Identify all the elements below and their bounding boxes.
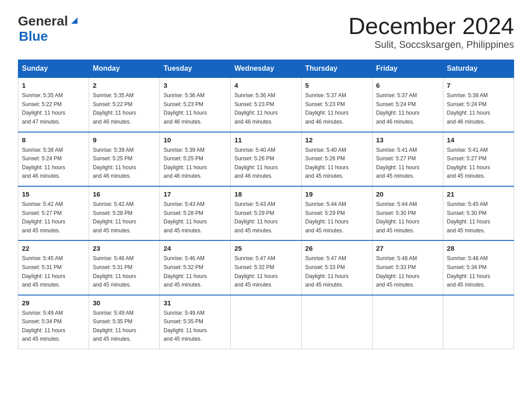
calendar-cell: 19Sunrise: 5:44 AMSunset: 5:29 PMDayligh… [301,186,372,240]
calendar-table: SundayMondayTuesdayWednesdayThursdayFrid… [18,60,514,349]
day-info: Sunrise: 5:46 AMSunset: 5:32 PMDaylight:… [163,255,207,288]
day-number: 12 [305,136,369,144]
day-info: Sunrise: 5:48 AMSunset: 5:34 PMDaylight:… [447,255,490,288]
day-number: 31 [163,299,227,307]
day-info: Sunrise: 5:39 AMSunset: 5:25 PMDaylight:… [163,147,207,180]
calendar-cell: 9Sunrise: 5:39 AMSunset: 5:25 PMDaylight… [89,132,160,186]
day-info: Sunrise: 5:45 AMSunset: 5:30 PMDaylight:… [447,201,490,234]
day-info: Sunrise: 5:43 AMSunset: 5:28 PMDaylight:… [163,201,207,234]
day-info: Sunrise: 5:44 AMSunset: 5:30 PMDaylight:… [376,201,420,234]
weekday-header-saturday: Saturday [443,60,514,78]
day-info: Sunrise: 5:49 AMSunset: 5:35 PMDaylight:… [93,310,136,342]
day-info: Sunrise: 5:38 AMSunset: 5:24 PMDaylight:… [447,92,490,125]
day-info: Sunrise: 5:49 AMSunset: 5:34 PMDaylight:… [22,310,65,342]
calendar-cell [372,295,443,349]
calendar-cell: 16Sunrise: 5:42 AMSunset: 5:28 PMDayligh… [89,186,160,240]
week-row-1: 1Sunrise: 5:35 AMSunset: 5:22 PMDaylight… [18,77,514,132]
day-info: Sunrise: 5:35 AMSunset: 5:22 PMDaylight:… [93,92,136,125]
calendar-body: 1Sunrise: 5:35 AMSunset: 5:22 PMDaylight… [18,77,514,349]
day-number: 7 [447,81,510,89]
day-info: Sunrise: 5:41 AMSunset: 5:27 PMDaylight:… [376,147,420,180]
day-info: Sunrise: 5:37 AMSunset: 5:23 PMDaylight:… [305,92,349,125]
day-number: 19 [305,190,369,198]
calendar-cell: 7Sunrise: 5:38 AMSunset: 5:24 PMDaylight… [443,77,514,132]
day-number: 28 [447,244,510,252]
day-number: 2 [93,81,156,89]
calendar-cell: 11Sunrise: 5:40 AMSunset: 5:26 PMDayligh… [231,132,301,186]
weekday-header-tuesday: Tuesday [160,60,231,78]
calendar-cell: 21Sunrise: 5:45 AMSunset: 5:30 PMDayligh… [443,186,514,240]
day-number: 21 [447,190,510,198]
day-info: Sunrise: 5:47 AMSunset: 5:32 PMDaylight:… [234,255,278,288]
calendar-cell: 29Sunrise: 5:49 AMSunset: 5:34 PMDayligh… [18,295,89,349]
calendar-cell: 17Sunrise: 5:43 AMSunset: 5:28 PMDayligh… [160,186,231,240]
logo-blue-text: Blue [19,29,48,44]
calendar-cell: 30Sunrise: 5:49 AMSunset: 5:35 PMDayligh… [89,295,160,349]
weekday-header-row: SundayMondayTuesdayWednesdayThursdayFrid… [18,60,514,78]
day-number: 24 [163,244,227,252]
week-row-3: 15Sunrise: 5:42 AMSunset: 5:27 PMDayligh… [18,186,514,240]
day-number: 29 [22,299,85,307]
day-info: Sunrise: 5:37 AMSunset: 5:24 PMDaylight:… [376,92,420,125]
calendar-cell: 14Sunrise: 5:41 AMSunset: 5:27 PMDayligh… [443,132,514,186]
week-row-5: 29Sunrise: 5:49 AMSunset: 5:34 PMDayligh… [18,295,514,349]
calendar-cell: 6Sunrise: 5:37 AMSunset: 5:24 PMDaylight… [372,77,443,132]
day-number: 5 [305,81,369,89]
calendar-header: SundayMondayTuesdayWednesdayThursdayFrid… [18,60,514,78]
day-number: 18 [234,190,297,198]
day-info: Sunrise: 5:46 AMSunset: 5:31 PMDaylight:… [93,255,136,288]
weekday-header-thursday: Thursday [301,60,372,78]
day-info: Sunrise: 5:48 AMSunset: 5:33 PMDaylight:… [376,255,420,288]
calendar-cell [443,295,514,349]
day-number: 20 [376,190,439,198]
day-info: Sunrise: 5:38 AMSunset: 5:24 PMDaylight:… [22,147,65,180]
calendar-cell: 8Sunrise: 5:38 AMSunset: 5:24 PMDaylight… [18,132,89,186]
day-number: 17 [163,190,227,198]
calendar-cell: 27Sunrise: 5:48 AMSunset: 5:33 PMDayligh… [372,240,443,295]
day-number: 10 [163,136,227,144]
calendar-cell: 31Sunrise: 5:49 AMSunset: 5:35 PMDayligh… [160,295,231,349]
calendar-cell: 22Sunrise: 5:45 AMSunset: 5:31 PMDayligh… [18,240,89,295]
day-info: Sunrise: 5:42 AMSunset: 5:28 PMDaylight:… [93,201,136,234]
logo: General Blue [18,13,79,44]
day-info: Sunrise: 5:42 AMSunset: 5:27 PMDaylight:… [22,201,65,234]
calendar-cell [231,295,301,349]
calendar-cell: 18Sunrise: 5:43 AMSunset: 5:29 PMDayligh… [231,186,301,240]
calendar-cell: 4Sunrise: 5:36 AMSunset: 5:23 PMDaylight… [231,77,301,132]
day-number: 6 [376,81,439,89]
logo-general-text: General [18,13,68,29]
week-row-4: 22Sunrise: 5:45 AMSunset: 5:31 PMDayligh… [18,240,514,295]
day-number: 8 [22,136,85,144]
day-number: 3 [163,81,227,89]
day-number: 30 [93,299,156,307]
week-row-2: 8Sunrise: 5:38 AMSunset: 5:24 PMDaylight… [18,132,514,186]
calendar-title: December 2024 [348,13,514,39]
day-number: 1 [22,81,85,89]
day-info: Sunrise: 5:41 AMSunset: 5:27 PMDaylight:… [447,147,490,180]
day-number: 27 [376,244,439,252]
day-info: Sunrise: 5:36 AMSunset: 5:23 PMDaylight:… [234,92,278,125]
calendar-cell: 5Sunrise: 5:37 AMSunset: 5:23 PMDaylight… [301,77,372,132]
day-info: Sunrise: 5:40 AMSunset: 5:26 PMDaylight:… [234,147,278,180]
calendar-cell: 15Sunrise: 5:42 AMSunset: 5:27 PMDayligh… [18,186,89,240]
day-info: Sunrise: 5:40 AMSunset: 5:26 PMDaylight:… [305,147,349,180]
weekday-header-monday: Monday [89,60,160,78]
calendar-cell: 3Sunrise: 5:36 AMSunset: 5:23 PMDaylight… [160,77,231,132]
day-info: Sunrise: 5:44 AMSunset: 5:29 PMDaylight:… [305,201,349,234]
day-info: Sunrise: 5:45 AMSunset: 5:31 PMDaylight:… [22,255,65,288]
calendar-cell: 2Sunrise: 5:35 AMSunset: 5:22 PMDaylight… [89,77,160,132]
calendar-cell: 26Sunrise: 5:47 AMSunset: 5:33 PMDayligh… [301,240,372,295]
day-number: 11 [234,136,297,144]
day-info: Sunrise: 5:43 AMSunset: 5:29 PMDaylight:… [234,201,278,234]
calendar-cell: 10Sunrise: 5:39 AMSunset: 5:25 PMDayligh… [160,132,231,186]
calendar-cell: 28Sunrise: 5:48 AMSunset: 5:34 PMDayligh… [443,240,514,295]
calendar-cell: 13Sunrise: 5:41 AMSunset: 5:27 PMDayligh… [372,132,443,186]
calendar-subtitle: Sulit, Soccsksargen, Philippines [348,39,514,51]
svg-marker-0 [71,17,77,24]
day-info: Sunrise: 5:39 AMSunset: 5:25 PMDaylight:… [93,147,136,180]
day-number: 4 [234,81,297,89]
title-block: December 2024 Sulit, Soccsksargen, Phili… [348,13,514,51]
day-number: 13 [376,136,439,144]
calendar-cell: 25Sunrise: 5:47 AMSunset: 5:32 PMDayligh… [231,240,301,295]
day-number: 9 [93,136,156,144]
